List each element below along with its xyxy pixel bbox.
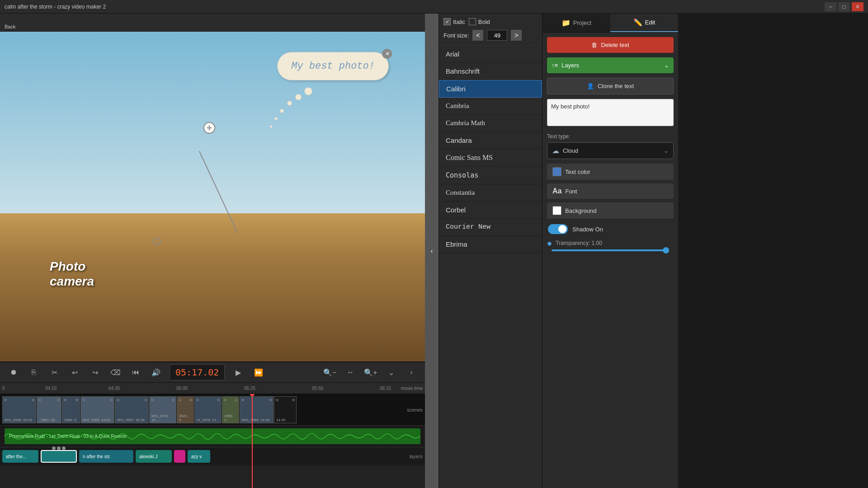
back-button[interactable]: Back <box>5 16 15 29</box>
time-display: 05:17.02 <box>170 364 225 380</box>
handle-dot[interactable] <box>62 446 66 450</box>
font-size-label: Font size: <box>443 32 469 39</box>
minimize-btn[interactable]: − <box>825 2 836 11</box>
font-item-cambria[interactable]: Cambria <box>439 98 542 115</box>
background-label: Background <box>565 207 596 214</box>
tab-project[interactable]: 📁 Project <box>542 14 610 32</box>
font-item-consolas[interactable]: Consolas <box>439 167 542 184</box>
font-item-cambria-math[interactable]: Cambria Math <box>439 115 542 132</box>
table-row[interactable]: 2954: C <box>62 396 80 423</box>
zoom-in-btn[interactable]: 🔍+ <box>364 366 377 379</box>
transparency-icon: ◆ <box>547 239 552 247</box>
audio-btn[interactable]: 🔊 <box>149 366 163 379</box>
table-row[interactable]: MVI_2985: 14.46 <box>240 396 274 423</box>
font-size-decrement[interactable]: < <box>472 30 483 41</box>
move-handle[interactable]: ✛ <box>203 122 215 134</box>
bold-checkbox[interactable]: Bold <box>469 18 490 25</box>
timeline-controls: ⏺ ⎘ ✂ ↩ ↪ ⌫ ⏮ 🔊 05:17.02 ▶ ⏩ 🔍− ↔ 🔍+ ⌄ › <box>0 362 425 383</box>
copy-btn[interactable]: ⎘ <box>27 366 41 379</box>
delete-text-btn[interactable]: 🗑 Delete text <box>547 37 674 53</box>
table-row[interactable]: _2951: 09 <box>37 396 61 423</box>
table-row[interactable]: 14.45 <box>274 396 297 423</box>
ruler-mark-2: 04:10 <box>45 386 57 391</box>
thought-bubble[interactable]: My best photo! ✕ <box>277 52 389 80</box>
font-size-input[interactable] <box>487 30 507 41</box>
font-item-candara[interactable]: Candara <box>439 132 542 149</box>
tab-edit[interactable]: ✏️ Edit <box>610 14 678 32</box>
list-item[interactable]: alewski J <box>136 450 172 463</box>
layers-track: after the... n after <box>0 447 425 465</box>
delete-text-label: Delete text <box>601 42 629 48</box>
font-item-corbel[interactable]: Corbel <box>439 202 542 219</box>
font-item-arial[interactable]: Arial <box>439 46 542 63</box>
font-row[interactable]: Aa Font <box>547 183 674 199</box>
text-color-swatch <box>552 167 561 176</box>
table-row[interactable]: 2980: C <box>222 396 239 423</box>
layers-btn[interactable]: ↑≡ Layers ⌄ <box>547 57 674 73</box>
bold-checkbox-box[interactable] <box>469 18 476 25</box>
redo-btn[interactable]: ↪ <box>88 366 102 379</box>
fast-forward-btn[interactable]: ⏩ <box>252 366 265 379</box>
table-row[interactable]: MVI_2948: 15.43 <box>2 396 36 423</box>
handle-dot[interactable] <box>52 446 56 450</box>
line-anchor-circle[interactable] <box>153 237 161 245</box>
zoom-out-btn[interactable]: 🔍− <box>323 366 337 379</box>
shadow-toggle[interactable] <box>548 224 568 234</box>
transparency-slider-wrapper[interactable] <box>552 249 669 251</box>
photo-camera-text: Photo camera <box>50 259 94 289</box>
font-row-label: Font <box>565 188 577 195</box>
background-row[interactable]: Background <box>547 202 674 219</box>
layer-chip-selected[interactable] <box>41 450 77 463</box>
thought-text: My best photo! <box>291 61 375 72</box>
text-content: My best photo! <box>551 103 590 110</box>
close-btn[interactable]: ✕ <box>852 2 863 11</box>
table-row[interactable]: MVI_2957: 16.36 <box>115 396 149 423</box>
text-type-value: Cloud <box>563 147 578 154</box>
trim-btn[interactable]: ↔ <box>344 366 357 379</box>
undo-btn[interactable]: ↩ <box>68 366 81 379</box>
list-item[interactable]: azy v <box>188 450 210 463</box>
ruler-mark-1: 5 <box>2 386 5 391</box>
table-row[interactable]: MVI_2974: 10... <box>149 396 176 423</box>
font-size-row: Font size: < > <box>443 30 538 41</box>
text-color-row[interactable]: Text color <box>547 164 674 180</box>
handle-dot[interactable] <box>57 446 61 450</box>
font-item-bahnschrift[interactable]: Bahnschrift <box>439 63 542 80</box>
collapse-btn[interactable]: ⌄ <box>384 366 398 379</box>
app-title: calm after the storm - crazy video maker… <box>5 4 106 10</box>
font-item-courier-new[interactable]: Courier New <box>439 219 542 236</box>
list-item[interactable]: after the... <box>2 450 38 463</box>
maximize-btn[interactable]: □ <box>838 2 850 11</box>
font-size-increment[interactable]: > <box>511 30 522 41</box>
font-item-ebrima[interactable]: Ebrima <box>439 236 542 253</box>
italic-checkbox[interactable]: Italic <box>443 18 465 25</box>
audio-track[interactable]: Przemysław Rudź - Let Them Float - 03 In… <box>5 428 420 444</box>
list-item[interactable] <box>174 450 185 463</box>
clone-text-btn[interactable]: 👤 Clone the text <box>547 78 674 94</box>
cloud-close-btn[interactable]: ✕ <box>382 49 392 59</box>
delete-clip-btn[interactable]: ⌫ <box>108 366 122 379</box>
scissors-btn[interactable]: ✂ <box>47 366 61 379</box>
font-item-calibri[interactable]: Calibri <box>439 80 542 98</box>
list-item[interactable]: n after the stc <box>79 450 133 463</box>
skip-start-btn[interactable]: ⏮ <box>129 366 142 379</box>
italic-checkbox-box[interactable] <box>443 18 451 25</box>
table-row[interactable]: MVI_2965: 14.0C <box>80 396 114 423</box>
font-item-constantia[interactable]: Constantia <box>439 184 542 202</box>
table-row[interactable]: VI_2978: 11... <box>194 396 222 423</box>
play-btn[interactable]: ▶ <box>231 366 245 379</box>
tracks-wrapper: MVI_2948: 15.43 _2951: 09 2954: C MVI_29… <box>0 394 425 488</box>
layers-btn-label: Layers <box>561 62 579 69</box>
record-btn[interactable]: ⏺ <box>7 366 20 379</box>
font-item-comic-sans[interactable]: Comic Sans MS <box>439 149 542 167</box>
text-type-dropdown[interactable]: ☁ Cloud ⌄ <box>547 142 674 159</box>
transparency-slider-thumb[interactable] <box>663 247 669 253</box>
playhead[interactable] <box>252 394 253 488</box>
edit-icon: ✏️ <box>633 18 642 27</box>
expand-btn[interactable]: › <box>405 366 418 379</box>
layers-label: layers <box>410 454 423 459</box>
cloud-text-box: My best photo! ✕ <box>277 52 389 80</box>
table-row[interactable]: 2621: C <box>177 396 194 423</box>
text-input-area[interactable]: My best photo! <box>547 99 674 126</box>
panel-collapse-arrow[interactable]: ‹ <box>425 14 439 488</box>
